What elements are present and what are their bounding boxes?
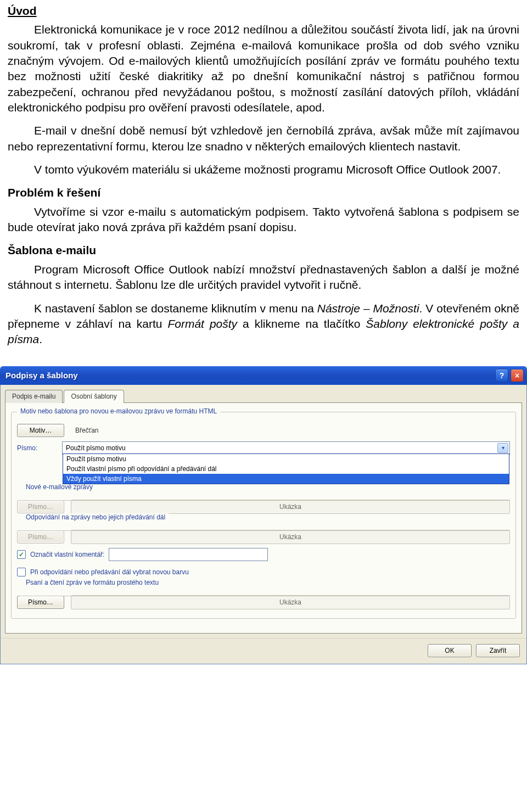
checkbox-new-color-label: Při odpovídání nebo předávání dál vybrat… bbox=[30, 568, 189, 576]
font-usage-value: Použít písmo motivu bbox=[66, 444, 126, 452]
font-new-button: Písmo… bbox=[17, 500, 64, 513]
sample-reply: Ukázka bbox=[71, 530, 510, 544]
p6-card-name: Formát pošty bbox=[167, 317, 237, 330]
heading-template: Šablona e-mailu bbox=[8, 243, 519, 258]
theme-value: Břečťan bbox=[75, 427, 99, 434]
group-html-theme-legend: Motiv nebo šablona pro novou e-mailovou … bbox=[17, 407, 220, 415]
tab-email-signature[interactable]: Podpis e-mailu bbox=[5, 390, 63, 403]
dialog-titlebar[interactable]: Podpisy a šablony ? × bbox=[0, 366, 527, 385]
titlebar-help-button[interactable]: ? bbox=[495, 369, 508, 382]
section-plain-legend: Psaní a čtení zpráv ve formátu prostého … bbox=[23, 579, 162, 586]
checkbox-new-color[interactable] bbox=[17, 568, 26, 576]
paragraph-1: Elektronická komunikace je v roce 2012 n… bbox=[8, 22, 519, 115]
p6-text-e: a klikneme na tlačítko bbox=[237, 317, 366, 330]
close-icon: × bbox=[515, 371, 519, 380]
close-button[interactable]: Zavřít bbox=[476, 644, 520, 657]
sample-plain: Ukázka bbox=[71, 595, 510, 609]
titlebar-close-button[interactable]: × bbox=[511, 369, 524, 382]
chevron-down-icon: ▾ bbox=[497, 443, 508, 453]
heading-problem: Problém k řešení bbox=[8, 185, 519, 200]
dialog-signatures-templates: Podpisy a šablony ? × Podpis e-mailu Oso… bbox=[0, 366, 527, 664]
theme-button[interactable]: Motiv… bbox=[17, 424, 64, 437]
font-reply-button: Písmo… bbox=[17, 530, 64, 544]
help-icon: ? bbox=[500, 371, 504, 380]
tab-personal-templates[interactable]: Osobní šablony bbox=[64, 390, 124, 403]
font-usage-select[interactable]: Použít písmo motivu ▾ Použít písmo motiv… bbox=[62, 441, 510, 455]
ok-button[interactable]: OK bbox=[428, 644, 472, 657]
mark-comment-input[interactable] bbox=[109, 548, 268, 561]
font-plain-button[interactable]: Písmo… bbox=[17, 596, 64, 609]
paragraph-6: K nastavení šablon se dostaneme kliknutí… bbox=[8, 301, 519, 348]
font-usage-option-1[interactable]: Použít vlastní písmo při odpovídání a př… bbox=[63, 464, 509, 474]
section-new-legend: Nové e-mailové zprávy bbox=[23, 483, 96, 491]
paragraph-2: E-mail v dnešní době nemusí být vzhledov… bbox=[8, 123, 519, 154]
font-usage-option-2[interactable]: Vždy použít vlastní písma bbox=[63, 474, 509, 484]
section-reply-legend: Odpovídání na zprávy nebo jejich předává… bbox=[23, 513, 169, 521]
checkbox-mark-comment[interactable] bbox=[17, 550, 26, 559]
font-usage-option-0[interactable]: Použít písmo motivu bbox=[63, 454, 509, 464]
p6-menu-path: Nástroje – Možnosti bbox=[317, 302, 419, 315]
paragraph-5: Program Microsoft Office Outlook nabízí … bbox=[8, 262, 519, 293]
font-label: Písmo: bbox=[17, 444, 55, 452]
paragraph-4: Vytvoříme si vzor e-mailu s automatickým… bbox=[8, 204, 519, 236]
sample-new: Ukázka bbox=[71, 500, 510, 514]
paragraph-3: V tomto výukovém materiálu si ukážeme mo… bbox=[8, 162, 519, 177]
group-html-theme: Motiv nebo šablona pro novou e-mailovou … bbox=[11, 412, 516, 619]
p6-text-g: . bbox=[39, 333, 42, 345]
dialog-title: Podpisy a šablony bbox=[5, 371, 78, 380]
font-usage-dropdown: Použít písmo motivu Použít vlastní písmo… bbox=[63, 453, 509, 484]
heading-intro: Úvod bbox=[8, 3, 519, 19]
p6-text-a: K nastavení šablon se dostaneme kliknutí… bbox=[34, 302, 317, 315]
checkbox-mark-comment-label: Označit vlastní komentář: bbox=[30, 551, 104, 558]
